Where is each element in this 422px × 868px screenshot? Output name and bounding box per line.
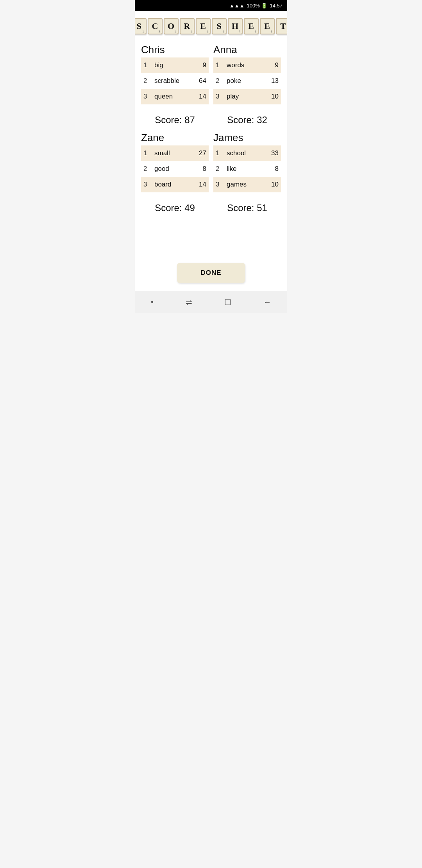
james-score: Score: 51 xyxy=(213,203,281,213)
zane-name: Zane xyxy=(141,132,209,144)
title-tile: T1 xyxy=(276,18,288,34)
status-bar: ▲▲▲ 100% 🔋 14:57 xyxy=(135,0,287,11)
title-tile: O1 xyxy=(164,18,179,34)
title-tile: E1 xyxy=(244,18,259,34)
zane-table: 1 small 27 2 good 8 3 board 14 xyxy=(141,145,209,192)
player-chris: Chris 1 big 9 2 scrabble 64 3 queen 14 xyxy=(141,44,209,104)
nav-dot-button[interactable]: • xyxy=(143,294,161,310)
done-button[interactable]: DONE xyxy=(177,263,245,283)
signal-icon: ▲▲▲ xyxy=(229,3,245,9)
nav-back-button[interactable]: ← xyxy=(256,294,279,310)
bottom-nav: • ⇌ ☐ ← xyxy=(135,291,287,313)
score-totals-row-2: Score: 49 Score: 51 xyxy=(141,194,281,220)
players-row-2: Zane 1 small 27 2 good 8 3 board 14 Jame… xyxy=(141,132,281,192)
title-tile: E1 xyxy=(260,18,275,34)
james-name: James xyxy=(213,132,281,144)
table-row: 1 words 9 xyxy=(213,57,281,73)
title-tiles: S1C3O1R1E1S1H4E1E1T1 xyxy=(135,18,287,34)
score-totals-row-1: Score: 87 Score: 32 xyxy=(141,106,281,132)
table-row: 3 queen 14 xyxy=(141,89,209,104)
title-tile: C3 xyxy=(148,18,163,34)
title-tile: S1 xyxy=(135,18,147,34)
anna-name: Anna xyxy=(213,44,281,56)
player-anna: Anna 1 words 9 2 poke 13 3 play 10 xyxy=(213,44,281,104)
main-content: Chris 1 big 9 2 scrabble 64 3 queen 14 A… xyxy=(135,40,287,256)
chris-table: 1 big 9 2 scrabble 64 3 queen 14 xyxy=(141,57,209,104)
time-display: 14:57 xyxy=(270,3,283,9)
nav-square-button[interactable]: ☐ xyxy=(216,294,239,310)
done-area: DONE xyxy=(135,256,287,291)
anna-score: Score: 32 xyxy=(213,115,281,126)
title-area: S1C3O1R1E1S1H4E1E1T1 xyxy=(135,11,287,40)
title-tile: H4 xyxy=(228,18,243,34)
chris-name: Chris xyxy=(141,44,209,56)
chris-score: Score: 87 xyxy=(141,115,209,126)
player-zane: Zane 1 small 27 2 good 8 3 board 14 xyxy=(141,132,209,192)
james-table: 1 school 33 2 like 8 3 games 10 xyxy=(213,145,281,192)
title-tile: S1 xyxy=(212,18,227,34)
table-row: 3 play 10 xyxy=(213,89,281,104)
table-row: 2 scrabble 64 xyxy=(141,73,209,89)
zane-score: Score: 49 xyxy=(141,203,209,213)
title-tile: R1 xyxy=(180,18,195,34)
nav-lines-button[interactable]: ⇌ xyxy=(178,294,200,310)
table-row: 3 board 14 xyxy=(141,177,209,192)
table-row: 3 games 10 xyxy=(213,177,281,192)
players-row-1: Chris 1 big 9 2 scrabble 64 3 queen 14 A… xyxy=(141,44,281,104)
table-row: 1 small 27 xyxy=(141,145,209,161)
table-row: 1 school 33 xyxy=(213,145,281,161)
battery-status: 100% 🔋 xyxy=(247,3,268,9)
table-row: 2 poke 13 xyxy=(213,73,281,89)
anna-table: 1 words 9 2 poke 13 3 play 10 xyxy=(213,57,281,104)
table-row: 2 good 8 xyxy=(141,161,209,177)
title-tile: E1 xyxy=(196,18,211,34)
player-james: James 1 school 33 2 like 8 3 games 10 xyxy=(213,132,281,192)
table-row: 1 big 9 xyxy=(141,57,209,73)
table-row: 2 like 8 xyxy=(213,161,281,177)
